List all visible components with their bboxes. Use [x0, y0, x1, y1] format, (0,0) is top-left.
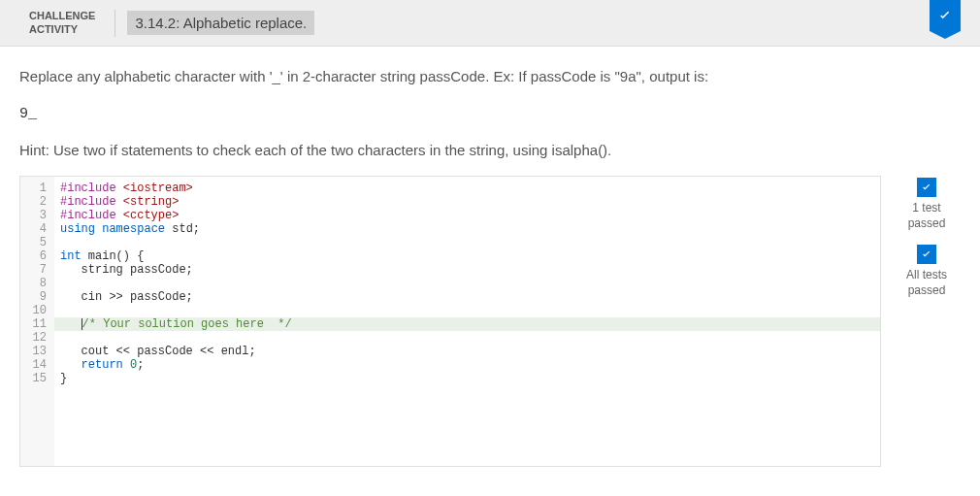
code-line: string passCode;: [54, 263, 880, 277]
hint-text: Hint: Use two if statements to check eac…: [19, 140, 961, 162]
code-line: using namespace std;: [54, 222, 880, 236]
code-line: return 0;: [54, 358, 880, 372]
challenge-title: 3.14.2: Alphabetic replace.: [127, 11, 314, 35]
code-line: cout << passCode << endl;: [54, 345, 880, 358]
test-check-2: [917, 245, 936, 264]
prompt-text: Replace any alphabetic character with '_…: [19, 66, 961, 88]
code-area[interactable]: #include <iostream> #include <string> #i…: [54, 177, 880, 466]
code-line: #include <iostream>: [54, 182, 880, 195]
test-check-1: [917, 178, 936, 197]
challenge-header: CHALLENGE ACTIVITY 3.14.2: Alphabetic re…: [0, 0, 980, 47]
code-line: cin >> passCode;: [54, 290, 880, 304]
completion-badge: [930, 0, 961, 31]
code-line: int main() {: [54, 249, 880, 263]
example-output: 9_: [19, 106, 961, 122]
code-line: [54, 277, 880, 290]
code-line: #include <cctype>: [54, 209, 880, 222]
code-line: [54, 304, 880, 317]
line-number-gutter: 1 2 3 4 5 6 7 8 9 10 11 12 13 14 15: [20, 177, 54, 466]
code-line: /* Your solution goes here */: [54, 317, 880, 331]
code-line: #include <string>: [54, 195, 880, 209]
test-status-1: 1 test passed: [893, 201, 961, 231]
code-line: }: [54, 372, 880, 385]
code-line: [54, 236, 880, 249]
check-icon: [920, 181, 933, 194]
code-line: [54, 331, 880, 345]
test-status-sidebar: 1 test passed All tests passed: [893, 176, 961, 467]
check-icon: [920, 248, 933, 261]
code-editor[interactable]: 1 2 3 4 5 6 7 8 9 10 11 12 13 14 15 #inc…: [19, 176, 881, 467]
challenge-activity-label: CHALLENGE ACTIVITY: [0, 10, 115, 37]
editor-container: 1 2 3 4 5 6 7 8 9 10 11 12 13 14 15 #inc…: [0, 176, 980, 467]
test-status-2: All tests passed: [893, 268, 961, 298]
prompt-section: Replace any alphabetic character with '_…: [0, 47, 980, 161]
check-icon: [936, 7, 954, 24]
